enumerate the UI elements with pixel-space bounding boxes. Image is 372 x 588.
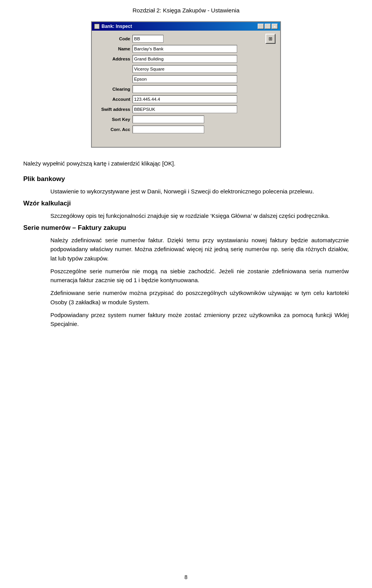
titlebar-icon: □ xyxy=(94,24,100,29)
label-corracc: Corr. Acc xyxy=(96,127,133,132)
dialog-wrapper: □ Bank: Inspect _ □ × ⊞ Code xyxy=(0,17,372,155)
input-address3[interactable] xyxy=(133,75,237,83)
heading-wzor-kalkulacji: Wzór kalkulacji xyxy=(23,200,349,207)
serie-numerow-para-2: Poszczególne serie numerów nie mogą na s… xyxy=(50,267,349,285)
close-button[interactable]: × xyxy=(272,24,278,29)
serie-numerow-para-3: Zdefiniowane serie numerów można przypis… xyxy=(50,288,349,307)
plik-bankowy-para-1: Ustawienie to wykorzystywane jest w Dani… xyxy=(50,187,349,196)
form-row-address3 xyxy=(96,75,276,83)
form-row-code: Code xyxy=(96,34,276,43)
page-footer: 8 xyxy=(0,574,372,580)
maximize-button[interactable]: □ xyxy=(265,24,271,29)
label-name: Name xyxy=(96,47,133,51)
dialog-content: ⊞ Code Name Address xyxy=(92,31,280,147)
titlebar-left: □ Bank: Inspect xyxy=(94,24,132,29)
input-sortkey[interactable] xyxy=(133,116,204,123)
form-row-name: Name xyxy=(96,45,276,53)
heading-serie-numerow: Serie numerów – Faktury zakupu xyxy=(23,224,349,232)
form-row-address2 xyxy=(96,65,276,73)
label-swift: Swift address xyxy=(96,107,133,112)
bank-inspect-dialog: □ Bank: Inspect _ □ × ⊞ Code xyxy=(91,21,281,148)
dialog-tool-button[interactable]: ⊞ xyxy=(265,34,276,44)
intro-text: Należy wypełnić powyższą kartę i zatwier… xyxy=(23,159,349,168)
header-title: Rozdział 2: Księga Zakupów - Ustawienia xyxy=(133,7,239,14)
form-row-swift: Swift address xyxy=(96,105,276,114)
input-address2[interactable] xyxy=(133,65,237,73)
form-row-clearing: Clearing xyxy=(96,85,276,93)
label-account: Account xyxy=(96,97,133,102)
dialog-titlebar: □ Bank: Inspect _ □ × xyxy=(92,22,280,31)
input-address1[interactable] xyxy=(133,55,237,63)
input-code[interactable] xyxy=(133,35,164,43)
page-number: 8 xyxy=(184,574,188,580)
serie-numerow-para-1: Należy zdefiniować serie numerów faktur.… xyxy=(50,236,349,263)
label-clearing: Clearing xyxy=(96,87,133,91)
body-content: Należy wypełnić powyższą kartę i zatwier… xyxy=(0,155,372,340)
body-wzor-kalkulacji: Szczegółowy opis tej funkcjonalności zna… xyxy=(50,211,349,220)
input-account[interactable] xyxy=(133,95,237,103)
section-wzor-kalkulacji: Wzór kalkulacji Szczegółowy opis tej fun… xyxy=(23,200,349,220)
section-serie-numerow: Serie numerów – Faktury zakupu Należy zd… xyxy=(23,224,349,328)
form-row-sortkey: Sort Key xyxy=(96,115,276,124)
input-clearing[interactable] xyxy=(133,85,237,93)
body-plik-bankowy: Ustawienie to wykorzystywane jest w Dani… xyxy=(50,187,349,196)
input-name[interactable] xyxy=(133,45,237,53)
body-serie-numerow: Należy zdefiniować serie numerów faktur.… xyxy=(50,236,349,328)
dialog-title: Bank: Inspect xyxy=(102,24,132,29)
label-address: Address xyxy=(96,57,133,61)
serie-numerow-para-4: Podpowiadany przez system numer faktury … xyxy=(50,310,349,329)
form-row-address1: Address xyxy=(96,55,276,63)
input-corracc[interactable] xyxy=(133,126,204,133)
intro-text-span: Należy wypełnić powyższą kartę i zatwier… xyxy=(23,160,176,167)
input-swift[interactable] xyxy=(133,105,237,113)
wzor-kalkulacji-para-1: Szczegółowy opis tej funkcjonalności zna… xyxy=(50,211,349,220)
minimize-button[interactable]: _ xyxy=(258,24,264,29)
heading-plik-bankowy: Plik bankowy xyxy=(23,175,349,183)
label-sortkey: Sort Key xyxy=(96,117,133,122)
form-area: Code Name Address xyxy=(96,34,276,134)
page-header: Rozdział 2: Księga Zakupów - Ustawienia xyxy=(0,0,372,17)
form-row-account: Account xyxy=(96,95,276,103)
titlebar-buttons: _ □ × xyxy=(258,24,278,29)
section-plik-bankowy: Plik bankowy Ustawienie to wykorzystywan… xyxy=(23,175,349,196)
label-code: Code xyxy=(96,36,133,41)
dialog-inner: ⊞ Code Name Address xyxy=(96,34,276,134)
form-row-corracc: Corr. Acc xyxy=(96,125,276,134)
